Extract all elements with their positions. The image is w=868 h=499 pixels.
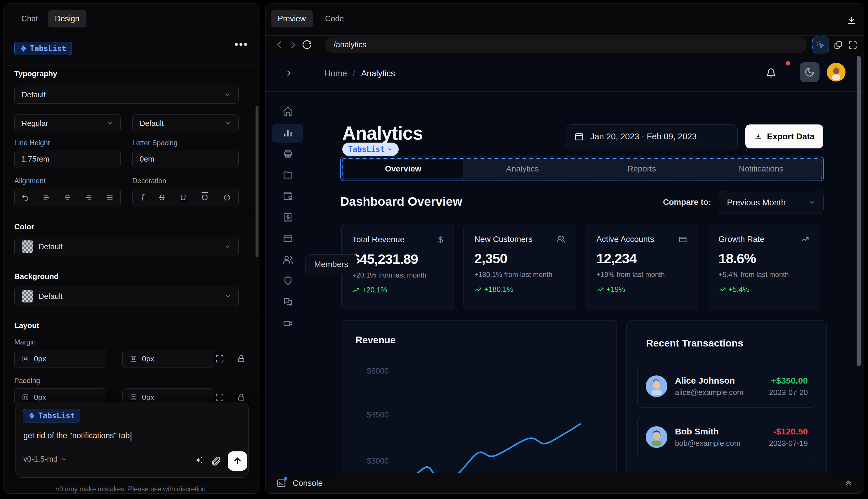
tab-overview[interactable]: Overview [344,160,463,178]
console-bar[interactable]: Console [268,473,861,494]
align-center-icon[interactable] [63,193,72,202]
breadcrumb: Home / Analytics [324,69,395,78]
download-icon[interactable] [846,15,857,25]
stat-title: Total Revenue [352,235,405,244]
typography-section-label: Typography [14,69,57,78]
breadcrumb-home[interactable]: Home [324,69,347,78]
font-weight-select[interactable]: Regular [14,114,121,132]
forward-icon[interactable] [288,39,298,50]
model-selector[interactable]: v0-1.5-md [23,454,67,464]
line-height-input[interactable]: 1.75rem [14,150,121,168]
credit-card-icon [679,235,687,244]
no-decoration-icon[interactable]: ∅ [223,193,231,203]
preview-scrollbar[interactable] [857,56,861,366]
prompt-input[interactable]: get rid of the "notifications" tab [23,431,239,441]
export-data-button[interactable]: Export Data [745,124,823,148]
background-select[interactable]: Default [14,287,239,306]
tab-analytics[interactable]: Analytics [463,160,582,178]
margin-y-value: 0px [142,354,154,363]
overline-icon[interactable]: O [201,193,208,202]
messages-icon[interactable] [283,297,293,307]
printer-icon[interactable] [283,148,293,159]
margin-y-input[interactable]: 0px [122,350,214,368]
dollar-icon: $ [438,235,443,245]
font-size-select[interactable]: Default [132,114,239,132]
margin-lock-icon[interactable] [237,354,246,363]
stat-trend-value: +5.4% [728,285,749,294]
copy-icon[interactable] [833,40,843,50]
tab-design[interactable]: Design [48,10,86,27]
avatar [646,426,667,448]
transaction-amount: +$350.00 [769,376,808,386]
align-justify-icon[interactable] [106,193,114,202]
font-select[interactable]: Default [14,86,239,104]
credit-card-icon[interactable] [283,233,293,244]
theme-toggle-button[interactable] [799,62,819,82]
sparkles-icon[interactable] [193,455,205,467]
align-left-icon[interactable] [42,193,51,202]
wallet-icon[interactable] [283,191,293,201]
margin-horizontal-icon [22,355,29,363]
tab-reports[interactable]: Reports [582,160,702,178]
send-button[interactable] [228,451,247,471]
margin-label: Margin [14,338,36,346]
margin-x-input[interactable]: 0px [14,350,106,368]
url-input[interactable]: /analytics [325,37,807,53]
bar-chart-icon[interactable] [283,127,293,138]
alignment-label: Alignment [14,177,46,185]
transaction-row-partial [637,471,816,473]
folder-icon[interactable] [283,170,293,180]
fullscreen-icon[interactable] [848,40,858,50]
stat-value: $45,231.89 [352,251,443,267]
stat-title: Growth Rate [718,235,764,244]
padding-y-value: 0px [142,393,154,402]
date-range-button[interactable]: Jan 20, 2023 - Feb 09, 2023 [566,124,738,148]
font-select-value: Default [22,90,46,99]
tab-code[interactable]: Code [318,10,351,27]
line-height-label: Line Height [14,139,50,147]
padding-lock-icon[interactable] [237,393,246,402]
inspect-cursor-button[interactable] [812,37,829,53]
shield-icon[interactable] [283,276,293,286]
users-icon[interactable] [283,254,293,265]
component-menu-button[interactable]: ••• [235,38,248,50]
strikethrough-icon[interactable]: S [159,193,165,202]
underline-icon[interactable]: U [180,193,186,202]
transaction-row[interactable]: Alice Johnson alice@example.com +$350.00… [637,365,816,407]
tab-chat[interactable]: Chat [14,10,45,27]
stat-sub: +180.1% from last month [474,270,565,279]
padding-expand-icon[interactable] [215,393,224,402]
color-select[interactable]: Default [14,237,239,256]
text-cursor [131,432,132,441]
prompt-component-chip[interactable]: TabsList [23,409,80,423]
compare-select[interactable]: Previous Month [719,191,823,214]
home-icon[interactable] [283,106,293,117]
letter-spacing-input[interactable]: 0em [132,150,239,168]
margin-vertical-icon [130,355,137,363]
panel-scrollbar[interactable] [256,106,259,257]
tab-preview[interactable]: Preview [271,10,313,27]
tab-notifications[interactable]: Notifications [702,160,821,178]
user-avatar[interactable] [827,63,845,82]
align-right-icon[interactable] [84,193,92,202]
bell-icon[interactable] [766,68,777,78]
receipt-icon[interactable] [283,212,293,223]
letter-spacing-value: 0em [140,155,154,163]
prompt-text: get rid of the "notifications" tab [23,431,130,440]
reset-alignment-icon[interactable] [21,193,29,202]
video-icon[interactable] [283,318,293,329]
moon-icon [804,67,815,77]
chevrons-up-icon[interactable] [844,479,853,488]
back-icon[interactable] [274,39,285,50]
section-title: Dashboard Overview [340,195,462,209]
margin-expand-icon[interactable] [215,354,224,363]
component-badge[interactable]: TabsList [342,143,399,156]
transaction-row[interactable]: Bob Smith bob@example.com -$120.50 2023-… [637,416,816,459]
transaction-date: 2023-07-19 [769,439,808,448]
attachment-icon[interactable] [210,455,221,466]
selected-component-chip[interactable]: TabsList [14,42,72,55]
italic-icon[interactable]: I [140,193,144,203]
tabs-list: Overview Analytics Reports Notifications [342,158,822,179]
sidebar-toggle-icon[interactable] [284,69,294,78]
refresh-icon[interactable] [302,39,312,50]
